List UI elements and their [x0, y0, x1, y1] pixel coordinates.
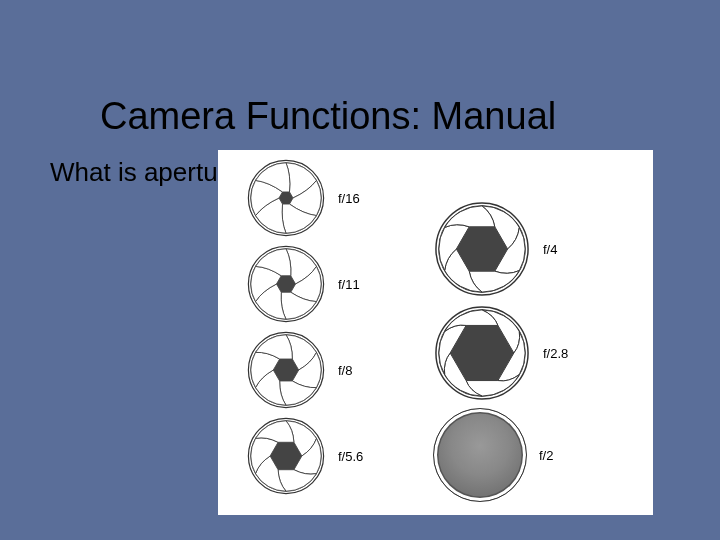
- aperture-icon: [246, 158, 326, 238]
- aperture-row: f/4: [433, 200, 568, 298]
- slide: Camera Functions: Manual What is apertur…: [0, 0, 720, 540]
- aperture-row: f/11: [246, 244, 363, 324]
- aperture-label: f/11: [338, 277, 360, 292]
- aperture-diagram-panel: f/16 f/11 f/8 f/5.6 f/4 f/2.8: [218, 150, 653, 515]
- aperture-column-large: f/4 f/2.8 f/2: [433, 200, 568, 508]
- aperture-row: f/8: [246, 330, 363, 410]
- aperture-label: f/5.6: [338, 449, 363, 464]
- aperture-column-small: f/16 f/11 f/8 f/5.6: [246, 158, 363, 502]
- aperture-row: f/16: [246, 158, 363, 238]
- slide-title: Camera Functions: Manual: [100, 95, 556, 138]
- aperture-full-open-icon: [433, 408, 527, 502]
- aperture-icon: [246, 416, 326, 496]
- aperture-row: f/2: [433, 408, 568, 502]
- aperture-row: f/5.6: [246, 416, 363, 496]
- aperture-label: f/8: [338, 363, 352, 378]
- aperture-icon: [246, 244, 326, 324]
- aperture-icon: [433, 200, 531, 298]
- aperture-label: f/2.8: [543, 346, 568, 361]
- aperture-label: f/4: [543, 242, 557, 257]
- aperture-row: f/2.8: [433, 304, 568, 402]
- aperture-label: f/16: [338, 191, 360, 206]
- aperture-icon: [246, 330, 326, 410]
- aperture-label: f/2: [539, 448, 553, 463]
- aperture-icon: [433, 304, 531, 402]
